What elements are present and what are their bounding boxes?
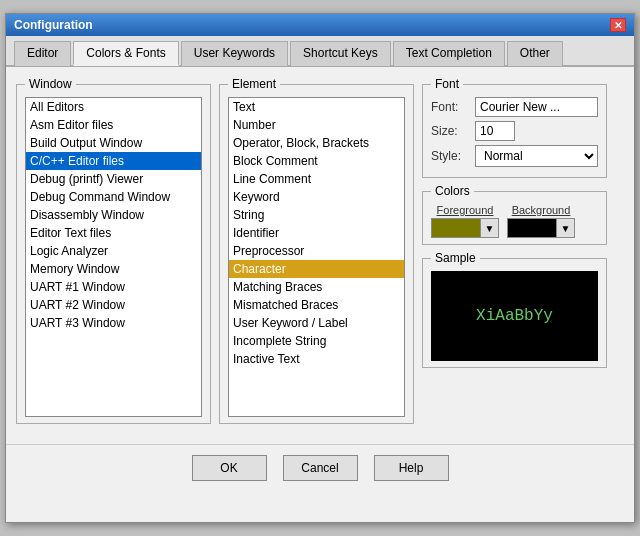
tab-user-keywords[interactable]: User Keywords bbox=[181, 41, 288, 66]
list-item[interactable]: Mismatched Braces bbox=[229, 296, 404, 314]
background-color-box[interactable] bbox=[507, 218, 557, 238]
list-item[interactable]: UART #1 Window bbox=[26, 278, 201, 296]
style-select[interactable]: Normal Bold Italic Bold Italic bbox=[475, 145, 598, 167]
list-item[interactable]: UART #3 Window bbox=[26, 314, 201, 332]
list-item[interactable]: Preprocessor bbox=[229, 242, 404, 260]
list-item[interactable]: Line Comment bbox=[229, 170, 404, 188]
font-panel: Font Font: Courier New ... Size: Style: … bbox=[422, 77, 607, 430]
list-item[interactable]: String bbox=[229, 206, 404, 224]
cancel-button[interactable]: Cancel bbox=[283, 455, 358, 481]
list-item[interactable]: Asm Editor files bbox=[26, 116, 201, 134]
tab-other[interactable]: Other bbox=[507, 41, 563, 66]
size-row: Size: bbox=[431, 121, 598, 141]
colors-fieldset: Colors Foreground ▼ Background ▼ bbox=[422, 184, 607, 245]
font-fieldset: Font Font: Courier New ... Size: Style: … bbox=[422, 77, 607, 178]
list-item[interactable]: User Keyword / Label bbox=[229, 314, 404, 332]
ok-button[interactable]: OK bbox=[192, 455, 267, 481]
window-panel-title: Window bbox=[25, 77, 76, 91]
background-label: Background bbox=[512, 204, 571, 216]
background-col: Background ▼ bbox=[507, 204, 575, 238]
size-input[interactable] bbox=[475, 121, 515, 141]
list-item[interactable]: Build Output Window bbox=[26, 134, 201, 152]
colors-title: Colors bbox=[431, 184, 474, 198]
list-item[interactable]: Incomplete String bbox=[229, 332, 404, 350]
sample-box: XiAaBbYy bbox=[431, 271, 598, 361]
list-item[interactable]: Identifier bbox=[229, 224, 404, 242]
list-item[interactable]: Logic Analyzer bbox=[26, 242, 201, 260]
list-item[interactable]: Character bbox=[229, 260, 404, 278]
element-panel: Element Text Number Operator, Block, Bra… bbox=[219, 77, 414, 424]
sample-text: XiAaBbYy bbox=[476, 307, 553, 325]
dialog-title: Configuration bbox=[14, 18, 93, 32]
element-panel-title: Element bbox=[228, 77, 280, 91]
tab-colors-fonts[interactable]: Colors & Fonts bbox=[73, 41, 178, 66]
size-label: Size: bbox=[431, 124, 471, 138]
title-bar: Configuration ✕ bbox=[6, 14, 634, 36]
foreground-color-box[interactable] bbox=[431, 218, 481, 238]
list-item[interactable]: Inactive Text bbox=[229, 350, 404, 368]
configuration-dialog: Configuration ✕ Editor Colors & Fonts Us… bbox=[5, 13, 635, 523]
background-color-arrow[interactable]: ▼ bbox=[557, 218, 575, 238]
tab-bar: Editor Colors & Fonts User Keywords Shor… bbox=[6, 36, 634, 67]
list-item[interactable]: Debug (printf) Viewer bbox=[26, 170, 201, 188]
colors-row: Foreground ▼ Background ▼ bbox=[431, 204, 598, 238]
list-item[interactable]: Block Comment bbox=[229, 152, 404, 170]
font-panel-title: Font bbox=[431, 77, 463, 91]
main-content: Window All Editors Asm Editor files Buil… bbox=[6, 67, 634, 440]
sample-fieldset: Sample XiAaBbYy bbox=[422, 251, 607, 368]
element-list[interactable]: Text Number Operator, Block, Brackets Bl… bbox=[228, 97, 405, 417]
sample-title: Sample bbox=[431, 251, 480, 265]
foreground-label: Foreground bbox=[437, 204, 494, 216]
font-row: Font: Courier New ... bbox=[431, 97, 598, 117]
list-item[interactable]: Debug Command Window bbox=[26, 188, 201, 206]
style-row: Style: Normal Bold Italic Bold Italic bbox=[431, 145, 598, 167]
font-select-button[interactable]: Courier New ... bbox=[475, 97, 598, 117]
help-button[interactable]: Help bbox=[374, 455, 449, 481]
list-item[interactable]: Keyword bbox=[229, 188, 404, 206]
list-item[interactable]: Editor Text files bbox=[26, 224, 201, 242]
background-box-row: ▼ bbox=[507, 218, 575, 238]
list-item[interactable]: Text bbox=[229, 98, 404, 116]
tab-editor[interactable]: Editor bbox=[14, 41, 71, 66]
list-item[interactable]: Matching Braces bbox=[229, 278, 404, 296]
style-label: Style: bbox=[431, 149, 471, 163]
close-button[interactable]: ✕ bbox=[610, 18, 626, 32]
tab-shortcut-keys[interactable]: Shortcut Keys bbox=[290, 41, 391, 66]
foreground-col: Foreground ▼ bbox=[431, 204, 499, 238]
bottom-bar: OK Cancel Help bbox=[6, 444, 634, 491]
list-item[interactable]: Operator, Block, Brackets bbox=[229, 134, 404, 152]
list-item[interactable]: Disassembly Window bbox=[26, 206, 201, 224]
window-list[interactable]: All Editors Asm Editor files Build Outpu… bbox=[25, 97, 202, 417]
window-panel: Window All Editors Asm Editor files Buil… bbox=[16, 77, 211, 424]
font-label: Font: bbox=[431, 100, 471, 114]
tab-text-completion[interactable]: Text Completion bbox=[393, 41, 505, 66]
list-item[interactable]: All Editors bbox=[26, 98, 201, 116]
list-item[interactable]: UART #2 Window bbox=[26, 296, 201, 314]
font-value: Courier New ... bbox=[480, 100, 560, 114]
list-item[interactable]: C/C++ Editor files bbox=[26, 152, 201, 170]
foreground-color-arrow[interactable]: ▼ bbox=[481, 218, 499, 238]
list-item[interactable]: Number bbox=[229, 116, 404, 134]
foreground-box-row: ▼ bbox=[431, 218, 499, 238]
list-item[interactable]: Memory Window bbox=[26, 260, 201, 278]
